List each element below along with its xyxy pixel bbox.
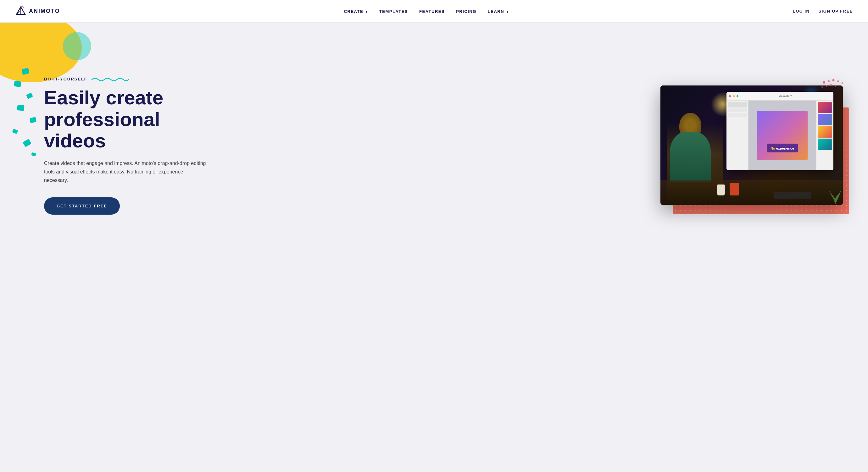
hero-description: Create videos that engage and impress. A… bbox=[44, 159, 208, 185]
svg-point-11 bbox=[822, 86, 823, 88]
svg-point-5 bbox=[23, 7, 24, 8]
nav-item-templates[interactable]: TEMPLATES bbox=[379, 8, 408, 14]
deco-pink-dots-corner bbox=[821, 79, 846, 99]
deco-teal-circle bbox=[63, 32, 91, 60]
nav-item-create[interactable]: CREATE ▾ bbox=[344, 8, 368, 14]
nav-link-pricing[interactable]: PRICING bbox=[456, 9, 476, 14]
hero-label-text: DO-IT-YOURSELF bbox=[44, 77, 87, 81]
svg-point-7 bbox=[828, 80, 830, 82]
teal-decorative-dots bbox=[9, 60, 39, 164]
logo-link[interactable]: ANIMOTO bbox=[15, 6, 60, 17]
hero-title: Easily create professional videos bbox=[44, 87, 208, 151]
svg-point-10 bbox=[842, 82, 843, 84]
chevron-down-icon: ▾ bbox=[366, 10, 368, 13]
hero-label: DO-IT-YOURSELF bbox=[44, 76, 208, 82]
svg-point-6 bbox=[823, 81, 825, 83]
nav-item-features[interactable]: FEATURES bbox=[419, 8, 445, 14]
svg-point-8 bbox=[833, 79, 835, 81]
nav-link-templates[interactable]: TEMPLATES bbox=[379, 9, 408, 14]
svg-point-14 bbox=[835, 86, 837, 87]
squiggle-decoration bbox=[91, 76, 129, 82]
hero-image-area: Animoto™ No experi bbox=[660, 86, 843, 205]
hero-monitor: Animoto™ No experi bbox=[660, 86, 843, 205]
svg-point-9 bbox=[837, 80, 839, 82]
hero-content: DO-IT-YOURSELF Easily create professiona… bbox=[44, 76, 208, 214]
nav-link-features[interactable]: FEATURES bbox=[419, 9, 445, 14]
no-experience-text: experience bbox=[776, 146, 794, 150]
deco-green-plant bbox=[827, 173, 843, 205]
chevron-down-icon-learn: ▾ bbox=[507, 10, 509, 13]
no-experience-highlight: No bbox=[771, 146, 776, 150]
svg-point-12 bbox=[826, 86, 828, 87]
nav-item-pricing[interactable]: PRICING bbox=[456, 8, 476, 14]
nav-link-create[interactable]: CREATE ▾ bbox=[344, 9, 368, 14]
logo-text: ANIMOTO bbox=[29, 8, 60, 14]
nav-link-learn[interactable]: LEARN ▾ bbox=[488, 9, 509, 14]
nav-links: CREATE ▾ TEMPLATES FEATURES PRICING LEAR… bbox=[344, 8, 509, 14]
svg-point-13 bbox=[830, 84, 832, 86]
logo-icon bbox=[15, 6, 26, 17]
hero-section: DO-IT-YOURSELF Easily create professiona… bbox=[0, 23, 868, 268]
signup-link[interactable]: SIGN UP FREE bbox=[818, 9, 853, 13]
nav-right: LOG IN SIGN UP FREE bbox=[793, 9, 853, 13]
svg-point-4 bbox=[23, 7, 24, 7]
login-link[interactable]: LOG IN bbox=[793, 9, 810, 13]
nav-item-learn[interactable]: LEARN ▾ bbox=[488, 8, 509, 14]
svg-point-3 bbox=[21, 6, 23, 7]
navbar: ANIMOTO CREATE ▾ TEMPLATES FEATURES PRIC… bbox=[0, 0, 868, 23]
get-started-button[interactable]: GET STARTED FREE bbox=[44, 197, 120, 215]
